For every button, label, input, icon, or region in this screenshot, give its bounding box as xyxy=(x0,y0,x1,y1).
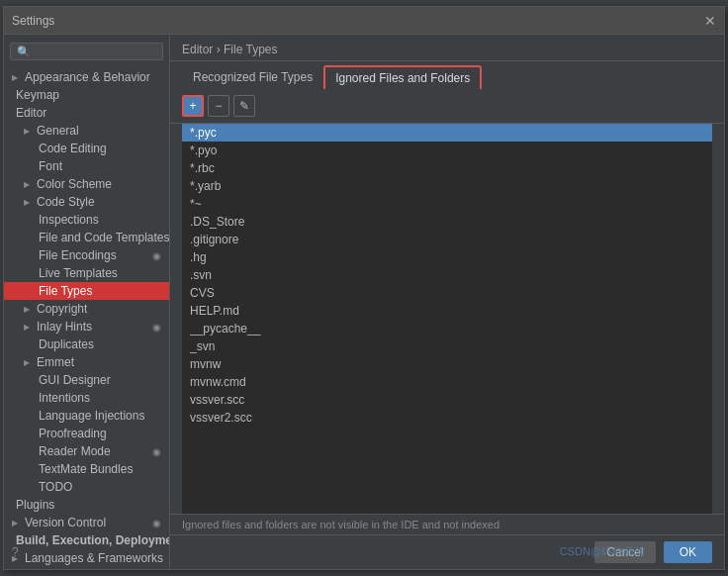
list-item[interactable]: _svn xyxy=(182,337,712,355)
ok-button[interactable]: OK xyxy=(664,541,712,563)
list-item[interactable]: *.pyc xyxy=(182,124,712,142)
sidebar-item-appearance[interactable]: ▶Appearance & Behavior xyxy=(4,68,169,86)
tabs-container: Recognized File Types Ignored Files and … xyxy=(170,61,724,89)
sidebar-item-label: Editor xyxy=(16,106,46,120)
list-item[interactable]: .gitignore xyxy=(182,231,712,248)
settings-window: Settings ✕ ▶Appearance & BehaviorKeymapE… xyxy=(3,6,725,570)
list-item[interactable]: __pycache__ xyxy=(182,320,712,337)
sidebar-item-label: Code Style xyxy=(37,195,95,209)
sidebar-item-label: Build, Execution, Deployment xyxy=(16,533,169,547)
sidebar-badge: ◉ xyxy=(152,518,161,528)
add-icon: + xyxy=(189,99,196,113)
help-button[interactable]: ? xyxy=(12,545,19,559)
sidebar-item-label: Keymap xyxy=(16,88,59,102)
sidebar-item-label: TODO xyxy=(39,480,72,494)
arrow-icon: ▶ xyxy=(24,127,30,136)
sidebar-item-copyright[interactable]: ▶Copyright xyxy=(4,300,169,318)
sidebar-item-label: Live Templates xyxy=(39,266,118,280)
arrow-icon: ▶ xyxy=(12,73,18,82)
sidebar-item-label: Inspections xyxy=(39,213,99,227)
sidebar-item-font[interactable]: Font xyxy=(4,157,169,175)
sidebar-item-tools[interactable]: ▶Tools xyxy=(4,567,169,569)
sidebar-item-label: Appearance & Behavior xyxy=(25,70,150,84)
tab-recognized[interactable]: Recognized File Types xyxy=(182,65,323,89)
status-bar: Ignored files and folders are not visibl… xyxy=(170,514,724,534)
remove-button[interactable]: − xyxy=(208,95,229,117)
arrow-icon: ▶ xyxy=(24,180,30,189)
list-item[interactable]: .DS_Store xyxy=(182,213,712,231)
sidebar-item-label: Emmet xyxy=(37,355,74,369)
sidebar-item-label: Copyright xyxy=(37,302,87,316)
sidebar: ▶Appearance & BehaviorKeymapEditor▶Gener… xyxy=(4,35,170,569)
search-container xyxy=(4,39,169,64)
sidebar-item-languages-frameworks[interactable]: ▶Languages & Frameworks xyxy=(4,549,169,567)
watermark: CSDN@码砖师傅 xyxy=(560,544,645,559)
window-title: Settings xyxy=(12,14,54,28)
list-item[interactable]: vssver.scc xyxy=(182,391,712,409)
sidebar-item-code-editing[interactable]: Code Editing xyxy=(4,140,169,157)
tab-ignored[interactable]: Ignored Files and Folders xyxy=(323,65,482,89)
close-button[interactable]: ✕ xyxy=(704,13,716,29)
sidebar-item-label: Code Editing xyxy=(39,142,107,155)
sidebar-badge: ◉ xyxy=(152,322,161,333)
sidebar-item-plugins[interactable]: Plugins xyxy=(4,496,169,514)
sidebar-item-label: Proofreading xyxy=(39,427,107,440)
sidebar-item-label: File Encodings xyxy=(39,248,117,262)
sidebar-item-label: File Types xyxy=(39,284,92,298)
arrow-icon: ▶ xyxy=(12,519,18,528)
sidebar-item-todo[interactable]: TODO xyxy=(4,478,169,496)
sidebar-item-reader-mode[interactable]: Reader Mode◉ xyxy=(4,442,169,460)
edit-button[interactable]: ✎ xyxy=(233,95,255,117)
toolbar: + − ✎ xyxy=(170,89,724,124)
sidebar-item-textmate-bundles[interactable]: TextMate Bundles xyxy=(4,460,169,478)
sidebar-item-label: Duplicates xyxy=(39,337,94,351)
sidebar-item-duplicates[interactable]: Duplicates xyxy=(4,336,169,353)
titlebar: Settings ✕ xyxy=(4,7,724,35)
list-item[interactable]: HELP.md xyxy=(182,302,712,320)
sidebar-item-label: Plugins xyxy=(16,498,54,512)
list-item[interactable]: .hg xyxy=(182,248,712,266)
sidebar-item-live-templates[interactable]: Live Templates xyxy=(4,264,169,282)
status-text: Ignored files and folders are not visibl… xyxy=(182,519,500,530)
sidebar-item-proofreading[interactable]: Proofreading xyxy=(4,425,169,442)
sidebar-item-general[interactable]: ▶General xyxy=(4,122,169,140)
sidebar-item-file-and-code-templates[interactable]: File and Code Templates xyxy=(4,229,169,246)
sidebar-item-inlay-hints[interactable]: ▶Inlay Hints◉ xyxy=(4,318,169,336)
sidebar-item-color-scheme[interactable]: ▶Color Scheme xyxy=(4,175,169,193)
sidebar-item-label: Intentions xyxy=(39,391,90,405)
list-item[interactable]: *.pyo xyxy=(182,142,712,159)
sidebar-item-label: Font xyxy=(39,159,62,173)
sidebar-item-inspections[interactable]: Inspections xyxy=(4,211,169,229)
sidebar-item-intentions[interactable]: Intentions xyxy=(4,389,169,407)
sidebar-item-language-injections[interactable]: Language Injections xyxy=(4,407,169,425)
list-item[interactable]: CVS xyxy=(182,284,712,302)
list-item[interactable]: *~ xyxy=(182,195,712,213)
main-header: Editor › File Types xyxy=(170,35,724,61)
arrow-icon: ▶ xyxy=(24,305,30,314)
edit-icon: ✎ xyxy=(239,99,249,113)
sidebar-item-file-encodings[interactable]: File Encodings◉ xyxy=(4,246,169,264)
arrow-icon: ▶ xyxy=(24,323,30,332)
add-button[interactable]: + xyxy=(182,95,204,117)
list-item[interactable]: mvnw.cmd xyxy=(182,373,712,391)
sidebar-item-gui-designer[interactable]: GUI Designer xyxy=(4,371,169,389)
sidebar-item-code-style[interactable]: ▶Code Style xyxy=(4,193,169,211)
list-item[interactable]: mvnw xyxy=(182,355,712,373)
sidebar-item-emmet[interactable]: ▶Emmet xyxy=(4,353,169,371)
sidebar-item-file-types[interactable]: File Types xyxy=(4,282,169,300)
list-item[interactable]: *.rbc xyxy=(182,159,712,177)
sidebar-item-label: GUI Designer xyxy=(39,373,111,387)
search-input[interactable] xyxy=(10,43,163,60)
sidebar-item-version-control[interactable]: ▶Version Control◉ xyxy=(4,514,169,531)
sidebar-item-build-execution-deployment[interactable]: Build, Execution, Deployment xyxy=(4,531,169,549)
sidebar-item-keymap[interactable]: Keymap xyxy=(4,86,169,104)
main-panel: Editor › File Types Recognized File Type… xyxy=(170,35,724,569)
list-item[interactable]: .svn xyxy=(182,266,712,284)
list-item[interactable]: *.yarb xyxy=(182,177,712,195)
sidebar-item-editor[interactable]: Editor xyxy=(4,104,169,122)
sidebar-item-label: General xyxy=(37,124,79,138)
sidebar-item-label: TextMate Bundles xyxy=(39,462,133,476)
list-item[interactable]: vssver2.scc xyxy=(182,409,712,427)
sidebar-item-label: Languages & Frameworks xyxy=(25,551,163,565)
file-list[interactable]: *.pyc*.pyo*.rbc*.yarb*~.DS_Store.gitigno… xyxy=(182,124,712,514)
